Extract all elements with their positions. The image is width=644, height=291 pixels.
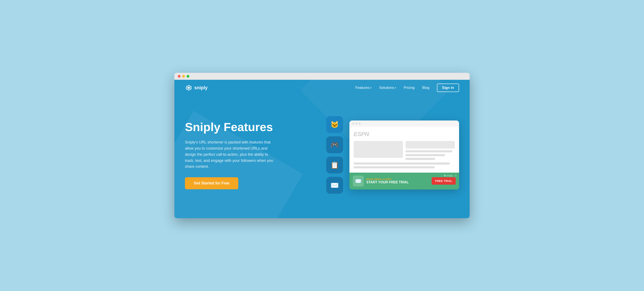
page-title: Sniply Features [185, 121, 286, 134]
cta-icon-box: ✉️ [353, 176, 364, 187]
main-content: Sniply Features Sniply's URL shortener i… [174, 96, 470, 218]
mockup-body: ESPN [350, 127, 459, 173]
mockup-grid [354, 141, 455, 160]
sniply-brand-small: sniply [444, 174, 453, 177]
minimize-dot[interactable] [182, 75, 185, 78]
hero-right: 🐱 🎮 📋 ✉️ ESPN [286, 116, 459, 194]
nav-links: Features ▾ Solutions ▾ Pricing Blog Sign… [355, 84, 459, 92]
cta-subtitle: WAVE EMAIL CLIENT [366, 178, 429, 180]
espn-logo: ESPN [354, 131, 455, 138]
mockup-line-5 [354, 166, 434, 168]
mockup-line-2 [406, 154, 445, 156]
mockup-line-1 [406, 150, 452, 152]
navbar: sniply Features ▾ Solutions ▾ Pricing Bl… [174, 80, 470, 96]
gaming-app-icon: 🎮 [326, 136, 343, 153]
news-app-icon: 📋 [326, 157, 343, 173]
cta-close-icon[interactable]: × [455, 174, 456, 177]
page-content: sniply Features ▾ Solutions ▾ Pricing Bl… [174, 80, 470, 218]
browser-mockup: ESPN [350, 121, 459, 189]
close-dot[interactable] [178, 75, 180, 78]
mockup-card-1 [354, 141, 403, 158]
app-icons-column: 🐱 🎮 📋 ✉️ [326, 116, 343, 194]
mockup-chrome [350, 121, 459, 127]
mockup-card-2 [406, 141, 455, 149]
free-trial-button[interactable]: FREE TRIAL [432, 177, 456, 185]
logo-icon [185, 84, 192, 92]
pricing-nav-link[interactable]: Pricing [404, 86, 414, 90]
browser-window: sniply Features ▾ Solutions ▾ Pricing Bl… [174, 73, 470, 218]
email-app-icon: ✉️ [326, 177, 343, 194]
sniply-cta-bar: sniply × ✉️ WAVE EMAIL CLIENT START YOUR… [350, 173, 459, 189]
logo-link[interactable]: sniply [185, 84, 208, 92]
cta-bar-title: START YOUR FREE TRIAL [366, 180, 429, 184]
cta-text-block: WAVE EMAIL CLIENT START YOUR FREE TRIAL [366, 178, 429, 184]
mockup-lines-bottom [354, 162, 455, 168]
maximize-dot[interactable] [186, 75, 189, 78]
mockup-line-3 [406, 158, 435, 160]
logo-text: sniply [194, 85, 208, 91]
solutions-chevron-icon: ▾ [395, 87, 396, 89]
features-chevron-icon: ▾ [370, 87, 372, 89]
browser-chrome [174, 73, 470, 80]
get-started-button[interactable]: Get Started for Free [185, 177, 238, 189]
features-nav-link[interactable]: Features ▾ [355, 86, 372, 90]
mockup-dot-1 [352, 123, 354, 125]
mockup-dot-3 [359, 123, 360, 125]
cat-app-icon: 🐱 [326, 116, 343, 133]
solutions-nav-link[interactable]: Solutions ▾ [379, 86, 396, 90]
mockup-dot-2 [356, 123, 358, 125]
hero-description: Sniply's URL shortener is packed with fe… [185, 139, 278, 170]
hero-left: Sniply Features Sniply's URL shortener i… [185, 121, 286, 189]
blog-nav-link[interactable]: Blog [422, 86, 429, 90]
signin-button[interactable]: Sign in [437, 84, 459, 92]
mockup-line-4 [354, 162, 450, 165]
